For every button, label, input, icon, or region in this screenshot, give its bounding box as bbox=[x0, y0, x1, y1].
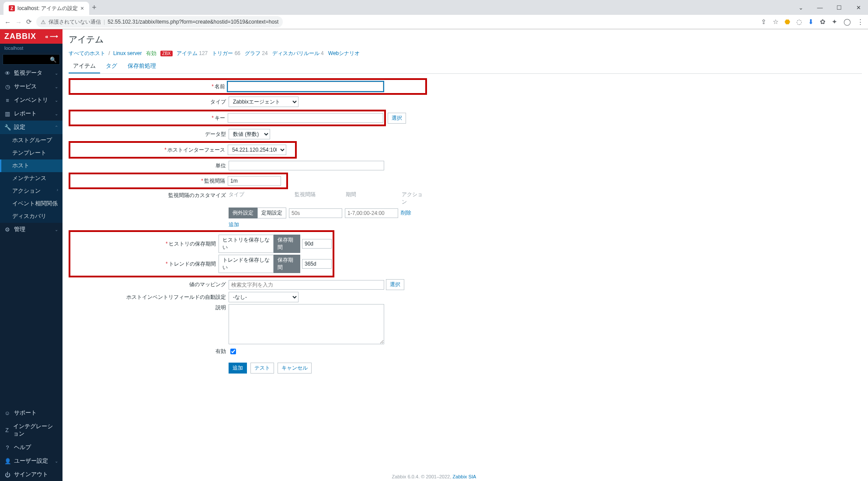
seg-history-keep[interactable]: 保存期間 bbox=[274, 235, 300, 253]
search-icon[interactable]: 🔍 bbox=[50, 56, 57, 63]
back-icon[interactable]: ← bbox=[4, 18, 11, 26]
download-icon[interactable]: ⬇ bbox=[808, 18, 814, 26]
forward-icon[interactable]: → bbox=[15, 18, 22, 26]
sidebar-item-monitoring[interactable]: 👁監視データ⌄ bbox=[0, 66, 62, 80]
sidebar-item-label: サポート bbox=[14, 409, 37, 417]
history-value-input[interactable] bbox=[302, 239, 332, 249]
sidebar-sub-templates[interactable]: テンプレート bbox=[0, 147, 62, 159]
crumb-web[interactable]: Webシナリオ bbox=[328, 50, 360, 56]
sidebar-item-label: サービス bbox=[14, 83, 37, 90]
url-field[interactable]: ⚠ 保護されていない通信 | 52.55.102.31/zabbix/items… bbox=[36, 16, 283, 28]
crumb-items[interactable]: アイテム 127 bbox=[177, 50, 208, 56]
share-icon[interactable]: ⇪ bbox=[761, 18, 767, 26]
close-window-icon[interactable]: ✕ bbox=[849, 4, 868, 11]
seg-trend-no[interactable]: トレンドを保存しない bbox=[219, 255, 274, 273]
chevron-down-icon: ⌄ bbox=[55, 71, 58, 76]
reload-icon[interactable]: ⟳ bbox=[26, 18, 32, 26]
footer-link[interactable]: Zabbix SIA bbox=[453, 474, 476, 479]
sidebar-item-configuration[interactable]: 🔧設定⌃ bbox=[0, 121, 62, 134]
sidebar-item-signout[interactable]: ⏻サインアウト bbox=[0, 468, 62, 481]
maximize-icon[interactable]: ☐ bbox=[830, 4, 849, 11]
test-button[interactable]: テスト bbox=[250, 363, 274, 374]
unit-input[interactable] bbox=[229, 161, 384, 170]
seg-exception[interactable]: 例外設定 bbox=[229, 208, 257, 218]
menu-icon[interactable]: ⋮ bbox=[857, 18, 864, 26]
sidebar-item-user-settings[interactable]: 👤ユーザー設定⌄ bbox=[0, 454, 62, 468]
sidebar-item-integrations[interactable]: Zインテグレーション bbox=[0, 420, 62, 441]
app: ZABBIX « ⟶ localhost 🔍 👁監視データ⌄ ◷サービス⌄ ≡イ… bbox=[0, 29, 868, 481]
collapse-icon[interactable]: « ⟶ bbox=[45, 33, 58, 40]
sidebar-sub-maintenance[interactable]: メンテナンス bbox=[0, 172, 62, 185]
interval-type-toggle[interactable]: 例外設定 定期設定 bbox=[229, 208, 286, 218]
crumb-host[interactable]: Linux server bbox=[113, 50, 142, 56]
enabled-checkbox[interactable] bbox=[230, 349, 236, 354]
crumb-discovery[interactable]: ディスカバリルール 4 bbox=[272, 50, 324, 56]
sidebar-item-services[interactable]: ◷サービス⌄ bbox=[0, 80, 62, 93]
custom-delete-link[interactable]: 削除 bbox=[401, 209, 411, 217]
sidebar-sub-discovery[interactable]: ディスカバリ bbox=[0, 210, 62, 223]
crumb-all-hosts[interactable]: すべてのホスト bbox=[69, 50, 105, 56]
col-action: アクション bbox=[402, 191, 427, 206]
chart-icon: ▥ bbox=[4, 111, 10, 117]
custom-interval-input[interactable] bbox=[289, 208, 342, 218]
sidebar-item-label: 管理 bbox=[14, 226, 25, 233]
extensions-icon[interactable]: ✦ bbox=[832, 18, 837, 26]
tab-tags[interactable]: タグ bbox=[101, 60, 122, 73]
add-button[interactable]: 追加 bbox=[229, 363, 247, 374]
new-tab-button[interactable]: + bbox=[92, 3, 97, 12]
profile-icon[interactable]: ◯ bbox=[844, 18, 851, 26]
sidebar-item-administration[interactable]: ⚙管理⌄ bbox=[0, 223, 62, 236]
extension-icon-2[interactable]: ◌ bbox=[796, 18, 802, 26]
interval-input[interactable] bbox=[228, 176, 281, 186]
extension-icon-3[interactable]: ✿ bbox=[820, 18, 826, 26]
custom-add-link[interactable]: 追加 bbox=[229, 221, 239, 228]
sidebar-search[interactable]: 🔍 bbox=[3, 54, 60, 65]
chevron-down-icon: ⌄ bbox=[55, 227, 58, 232]
description-textarea[interactable] bbox=[229, 304, 384, 344]
label-trend: トレンドの保存期間 bbox=[169, 261, 216, 267]
datatype-select[interactable]: 数値 (整数) bbox=[229, 129, 270, 139]
sidebar-sub-correlation[interactable]: イベント相関関係 bbox=[0, 197, 62, 210]
sidebar-sub-actions[interactable]: アクション› bbox=[0, 185, 62, 197]
brand[interactable]: ZABBIX « ⟶ bbox=[0, 29, 62, 44]
cancel-button[interactable]: キャンセル bbox=[278, 363, 312, 374]
hostif-select[interactable]: 54.221.120.254:10050 bbox=[228, 145, 286, 155]
name-input[interactable] bbox=[228, 82, 383, 91]
extension-icon[interactable]: ⬣ bbox=[785, 18, 790, 26]
star-icon[interactable]: ☆ bbox=[773, 18, 778, 26]
sidebar-sub-hostgroups[interactable]: ホストグループ bbox=[0, 134, 62, 147]
browser-tab[interactable]: Z localhost: アイテムの設定 × bbox=[3, 2, 89, 15]
browser-chrome: Z localhost: アイテムの設定 × + ⌄ — ☐ ✕ ← → ⟳ ⚠… bbox=[0, 0, 868, 29]
history-toggle[interactable]: ヒストリを保存しない 保存期間 bbox=[219, 235, 300, 253]
close-icon[interactable]: × bbox=[80, 5, 84, 12]
trend-value-input[interactable] bbox=[302, 259, 332, 269]
key-select-button[interactable]: 選択 bbox=[388, 113, 406, 124]
sidebar-sub-hosts[interactable]: ホスト bbox=[0, 159, 62, 172]
brand-text: ZABBIX bbox=[4, 32, 36, 41]
sidebar-item-reports[interactable]: ▥レポート⌄ bbox=[0, 107, 62, 121]
status-enabled: 有効 bbox=[146, 50, 156, 56]
minimize-icon[interactable]: — bbox=[810, 4, 830, 11]
sidebar-item-support[interactable]: ☺サポート bbox=[0, 406, 62, 420]
crumb-graphs[interactable]: グラフ 24 bbox=[245, 50, 268, 56]
chevron-down-icon[interactable]: ⌄ bbox=[791, 4, 810, 11]
crumb-triggers[interactable]: トリガー 66 bbox=[212, 50, 240, 56]
sidebar-item-label: アクション bbox=[12, 188, 41, 194]
key-input[interactable] bbox=[228, 113, 383, 123]
valuemap-input[interactable] bbox=[229, 280, 384, 290]
chevron-up-icon: ⌃ bbox=[55, 125, 58, 130]
tab-preprocessing[interactable]: 保存前処理 bbox=[123, 60, 160, 73]
valuemap-select-button[interactable]: 選択 bbox=[386, 279, 404, 290]
type-select[interactable]: Zabbixエージェント bbox=[229, 97, 299, 107]
seg-scheduled[interactable]: 定期設定 bbox=[257, 208, 286, 218]
sidebar-item-help[interactable]: ?ヘルプ bbox=[0, 441, 62, 454]
inventory-select[interactable]: -なし- bbox=[229, 292, 299, 302]
url-text: 52.55.102.31/zabbix/items.php?form=creat… bbox=[108, 19, 278, 25]
custom-period-input[interactable] bbox=[345, 208, 398, 218]
sidebar-item-inventory[interactable]: ≡インベントリ⌄ bbox=[0, 93, 62, 107]
chevron-right-icon: › bbox=[57, 187, 58, 192]
seg-trend-keep[interactable]: 保存期間 bbox=[274, 255, 300, 273]
tab-item[interactable]: アイテム bbox=[69, 60, 100, 73]
seg-history-no[interactable]: ヒストリを保存しない bbox=[219, 235, 274, 253]
trend-toggle[interactable]: トレンドを保存しない 保存期間 bbox=[219, 255, 300, 273]
